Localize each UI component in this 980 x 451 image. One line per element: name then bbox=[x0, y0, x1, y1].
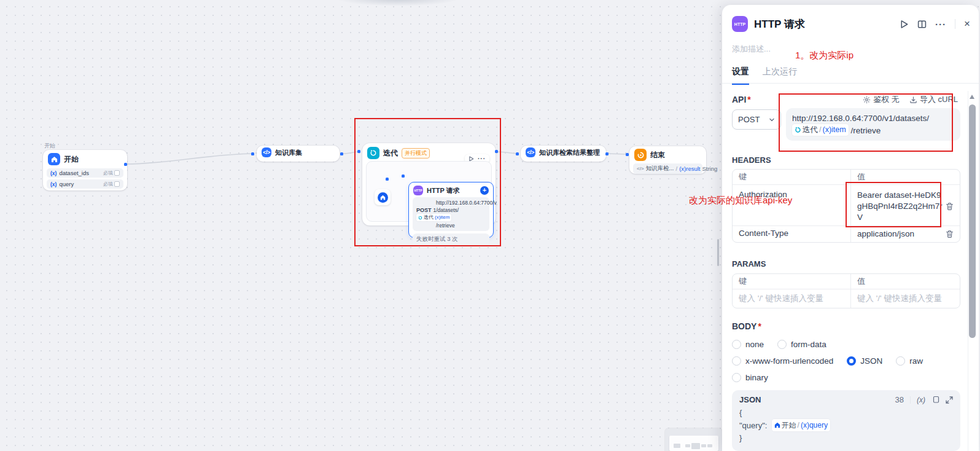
http-node-url: http://192.168.0.64:7700/v POST1/dataset… bbox=[413, 197, 489, 231]
auth-setting[interactable]: 鉴权 无 bbox=[863, 94, 900, 105]
char-count: 38 bbox=[895, 395, 904, 404]
port-handle[interactable] bbox=[386, 178, 389, 181]
header-value-input[interactable]: application/json bbox=[857, 229, 943, 240]
panel-scrollbar-thumb[interactable] bbox=[969, 104, 976, 338]
params-table: 键 值 键入 '/' 键快速插入变量 键入 '/' 键快速插入变量 bbox=[732, 273, 960, 308]
port-handle[interactable] bbox=[495, 150, 498, 153]
json-body-editor[interactable]: JSON 38 (x) { "query": bbox=[732, 390, 960, 451]
iteration-start-node[interactable] bbox=[375, 189, 391, 205]
variable-badge: 开始 / (x)query bbox=[772, 419, 830, 431]
close-button[interactable]: × bbox=[964, 18, 970, 30]
field-type-icon bbox=[114, 170, 120, 176]
trash-icon bbox=[946, 230, 954, 238]
header-value-input[interactable]: Bearer dataset-HeDK9gHBqPnI4rBZ2q2Hm7rV bbox=[857, 190, 943, 223]
toolbar-shadow bbox=[336, 0, 459, 6]
panel-resize-handle[interactable] bbox=[717, 239, 719, 266]
url-input[interactable]: http://192.168.0.64:7700/v1/datasets/ 迭代… bbox=[786, 108, 960, 141]
iteration-icon bbox=[418, 216, 422, 220]
add-next-node-icon[interactable]: + bbox=[480, 186, 489, 195]
annotation-note-apikey: 改为实际的知识库api-key bbox=[689, 195, 792, 206]
headers-section-label: HEADERS bbox=[732, 155, 771, 165]
api-section-label: API* bbox=[732, 95, 751, 104]
kb-set-title: 知识库集 bbox=[275, 148, 302, 157]
iteration-inner-canvas[interactable]: HTTP HTTP 请求 + http://192.168.0.64:7700/… bbox=[366, 161, 492, 222]
field-name: query bbox=[59, 181, 74, 187]
copy-icon bbox=[931, 396, 939, 404]
port-handle[interactable] bbox=[516, 152, 519, 155]
tab-settings[interactable]: 设置 bbox=[732, 66, 749, 85]
http-node[interactable]: HTTP HTTP 请求 + http://192.168.0.64:7700/… bbox=[408, 182, 494, 238]
end-node[interactable]: 结束 </> 知识库检... / (x)result String bbox=[629, 146, 706, 174]
description-input[interactable]: 添加描述... bbox=[732, 44, 771, 55]
run-button[interactable] bbox=[900, 20, 909, 29]
end-output-variable: </> 知识库检... / (x)result String bbox=[633, 163, 702, 174]
port-handle[interactable] bbox=[626, 153, 629, 156]
scroll-up-arrow[interactable] bbox=[970, 95, 974, 99]
divider bbox=[722, 83, 979, 84]
json-body-content[interactable]: { "query": 开始 / (x)query } bbox=[739, 407, 953, 444]
port-handle[interactable] bbox=[402, 175, 405, 178]
body-section-label: BODY* bbox=[732, 321, 761, 331]
tab-last-run[interactable]: 上次运行 bbox=[763, 66, 797, 85]
port-handle[interactable] bbox=[124, 163, 127, 166]
iteration-title: 迭代 bbox=[383, 148, 398, 159]
more-button[interactable]: ··· bbox=[935, 19, 946, 29]
http-node-title: HTTP 请求 bbox=[427, 186, 460, 195]
iteration-node[interactable]: 迭代 并行模式 ··· HTTP HTTP 请求 + bbox=[362, 143, 496, 226]
radio-binary[interactable]: binary bbox=[732, 373, 768, 382]
kb-result-title: 知识库检索结果整理 bbox=[539, 148, 600, 157]
delete-row-button[interactable] bbox=[946, 202, 954, 211]
http-icon: HTTP bbox=[413, 186, 423, 195]
code-icon: </> bbox=[637, 166, 644, 171]
required-badge: 必填 bbox=[103, 170, 113, 176]
column-header-value: 值 bbox=[851, 274, 960, 289]
radio-none[interactable]: none bbox=[732, 340, 764, 349]
radio-x-www-form-urlencoded[interactable]: x-www-form-urlencoded bbox=[732, 356, 833, 366]
kb-result-node[interactable]: </> 知识库检索结果整理 bbox=[521, 146, 606, 162]
home-icon bbox=[774, 422, 780, 428]
kb-set-node[interactable]: </> 知识库集 bbox=[257, 146, 340, 162]
divider bbox=[910, 396, 911, 404]
port-handle[interactable] bbox=[357, 150, 360, 153]
import-icon bbox=[909, 96, 917, 104]
minimap-viewport bbox=[669, 436, 718, 451]
variable-badge: 迭代 / (x)item bbox=[792, 124, 849, 136]
parallel-mode-badge: 并行模式 bbox=[402, 148, 430, 159]
variable-badge: 迭代 (x)item bbox=[416, 214, 451, 221]
home-icon bbox=[378, 192, 388, 203]
delete-row-button[interactable] bbox=[946, 230, 954, 238]
home-icon bbox=[48, 153, 60, 165]
header-key-input[interactable]: Content-Type bbox=[733, 226, 851, 242]
workflow-editor: 开始 开始 (x) dataset_ids 必填 (x) query 必填 bbox=[0, 0, 980, 451]
http-icon: HTTP bbox=[732, 16, 748, 32]
radio-json[interactable]: JSON bbox=[847, 356, 882, 366]
expand-button[interactable] bbox=[946, 396, 953, 404]
start-field-dataset-ids[interactable]: (x) dataset_ids 必填 bbox=[47, 168, 123, 178]
iteration-icon bbox=[367, 147, 379, 159]
retry-setting: 失败时重试 3 次 bbox=[413, 233, 489, 245]
import-curl-button[interactable]: 导入 cURL bbox=[909, 94, 958, 105]
port-handle[interactable] bbox=[251, 152, 254, 155]
gear-icon bbox=[863, 96, 871, 104]
expand-icon bbox=[946, 396, 953, 404]
port-handle[interactable] bbox=[340, 152, 343, 155]
start-field-query[interactable]: (x) query 必填 bbox=[47, 179, 123, 189]
radio-raw[interactable]: raw bbox=[896, 356, 923, 366]
field-type-icon bbox=[114, 181, 120, 187]
port-handle[interactable] bbox=[605, 152, 609, 155]
method-select[interactable]: POST bbox=[732, 109, 781, 130]
param-key-input[interactable]: 键入 '/' 键快速插入变量 bbox=[733, 289, 851, 308]
copy-button[interactable] bbox=[931, 396, 939, 404]
param-value-input[interactable]: 键入 '/' 键快速插入变量 bbox=[851, 289, 960, 308]
params-section-label: PARAMS bbox=[732, 259, 766, 269]
split-view-button[interactable] bbox=[917, 20, 927, 29]
annotation-note-ip: 1。改为实际ip bbox=[795, 50, 854, 61]
end-icon bbox=[634, 149, 647, 161]
required-badge: 必填 bbox=[103, 181, 113, 187]
radio-form-data[interactable]: form-data bbox=[777, 340, 826, 349]
insert-variable-button[interactable]: (x) bbox=[917, 396, 925, 404]
minimap[interactable] bbox=[665, 428, 722, 451]
variable-icon: (x) bbox=[50, 181, 56, 187]
end-node-title: 结束 bbox=[650, 150, 665, 160]
start-node[interactable]: 开始 (x) dataset_ids 必填 (x) query 必填 bbox=[43, 150, 127, 190]
